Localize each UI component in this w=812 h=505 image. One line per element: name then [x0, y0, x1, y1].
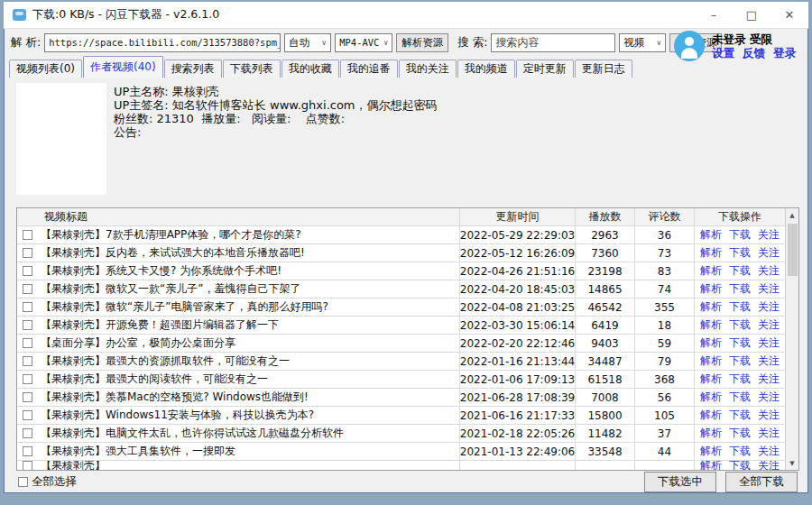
col-header-plays[interactable]: 播放数 — [576, 208, 635, 226]
parse-link[interactable]: 解析 — [700, 335, 722, 351]
account-link-0[interactable]: 设置 — [712, 46, 734, 60]
parse-link[interactable]: 解析 — [700, 372, 722, 387]
download-link[interactable]: 下载 — [729, 335, 751, 351]
parse-resource-button[interactable]: 解析资源 — [396, 33, 448, 52]
tab-5[interactable]: 我的追番 — [340, 60, 398, 78]
row-checkbox[interactable] — [23, 302, 32, 312]
row-checkbox[interactable] — [23, 338, 32, 348]
col-header-comments[interactable]: 评论数 — [635, 208, 695, 226]
video-title: 【果核剥壳】微软又一款“亲儿子”，羞愧得自己下架了 — [41, 281, 300, 297]
parse-link[interactable]: 解析 — [700, 245, 722, 261]
download-link[interactable]: 下载 — [729, 299, 751, 315]
row-checkbox[interactable] — [23, 230, 32, 240]
download-link[interactable]: 下载 — [729, 354, 751, 369]
follow-link[interactable]: 关注 — [758, 461, 780, 470]
select-all-checkbox[interactable]: 全部选择 — [18, 474, 77, 490]
scroll-up-icon[interactable]: ▲ — [786, 208, 798, 222]
follow-link[interactable]: 关注 — [758, 426, 780, 441]
tab-7[interactable]: 我的频道 — [457, 60, 515, 78]
follow-link[interactable]: 关注 — [758, 444, 780, 459]
row-checkbox[interactable] — [23, 392, 32, 402]
scroll-down-icon[interactable]: ▼ — [786, 456, 798, 470]
search-input[interactable]: 搜索内容 — [491, 33, 615, 52]
mode-select[interactable]: 自动 ∨ — [284, 33, 331, 52]
tab-4[interactable]: 我的收藏 — [281, 60, 339, 78]
type-select[interactable]: 视频 ∨ — [619, 33, 666, 52]
checkbox-icon[interactable] — [18, 477, 28, 487]
parse-link[interactable]: 解析 — [700, 354, 722, 369]
user-avatar-icon[interactable] — [674, 31, 705, 61]
account-link-2[interactable]: 登录 — [773, 46, 796, 60]
row-checkbox[interactable] — [23, 428, 32, 438]
minimize-button[interactable]: – — [695, 2, 733, 28]
row-checkbox[interactable] — [23, 410, 32, 420]
follow-link[interactable]: 关注 — [758, 317, 780, 333]
parse-link[interactable]: 解析 — [700, 408, 722, 423]
follow-link[interactable]: 关注 — [758, 263, 780, 279]
download-link[interactable]: 下载 — [729, 444, 751, 459]
table-row-partial: 【果核剥壳】解析下载关注 — [17, 461, 785, 470]
table-scrollbar[interactable]: ▲ ▼ — [785, 208, 798, 470]
account-link-1[interactable]: 反馈 — [743, 46, 765, 60]
parse-link[interactable]: 解析 — [700, 461, 722, 470]
row-checkbox[interactable] — [23, 320, 32, 330]
parse-link[interactable]: 解析 — [700, 281, 722, 297]
download-selected-button[interactable]: 下载选中 — [644, 472, 716, 492]
tab-3[interactable]: 下载列表 — [223, 60, 281, 78]
parse-link[interactable]: 解析 — [700, 317, 722, 333]
footer-bar: 全部选择 下载选中 全部下载 — [4, 471, 808, 493]
url-input[interactable]: https://space.bilibili.com/313573880?spm… — [44, 33, 281, 52]
col-header-updated[interactable]: 更新时间 — [460, 208, 576, 226]
video-title: 【果核剥壳】电脑文件太乱，也许你得试试这几款磁盘分析软件 — [41, 426, 344, 441]
follow-link[interactable]: 关注 — [758, 335, 780, 351]
parse-link[interactable]: 解析 — [700, 426, 722, 441]
download-link[interactable]: 下载 — [729, 408, 751, 423]
download-link[interactable]: 下载 — [729, 390, 751, 405]
col-header-title[interactable]: 视频标题 — [17, 208, 460, 226]
window-title: 下载:0 KB/s - 闪豆下载器 - v2.6.1.0 — [32, 7, 219, 23]
parse-link[interactable]: 解析 — [700, 227, 722, 243]
row-checkbox[interactable] — [23, 356, 32, 366]
download-link[interactable]: 下载 — [729, 281, 751, 297]
follow-link[interactable]: 关注 — [758, 372, 780, 387]
tab-6[interactable]: 我的关注 — [399, 60, 457, 78]
col-header-ops[interactable]: 下载操作 — [695, 208, 785, 226]
format-select[interactable]: MP4-AVC ∨ — [335, 33, 392, 52]
row-checkbox[interactable] — [23, 266, 32, 276]
parse-link[interactable]: 解析 — [700, 390, 722, 405]
follow-link[interactable]: 关注 — [758, 354, 780, 369]
download-link[interactable]: 下载 — [729, 227, 751, 243]
follow-link[interactable]: 关注 — [758, 390, 780, 405]
tab-1[interactable]: 作者视频(40) — [83, 56, 163, 78]
row-checkbox[interactable] — [23, 248, 32, 258]
follow-link[interactable]: 关注 — [758, 245, 780, 261]
follow-link[interactable]: 关注 — [758, 281, 780, 297]
follow-link[interactable]: 关注 — [758, 299, 780, 315]
follow-link[interactable]: 关注 — [758, 408, 780, 423]
follow-link[interactable]: 关注 — [758, 227, 780, 243]
row-checkbox[interactable] — [23, 374, 32, 384]
download-all-button[interactable]: 全部下载 — [725, 472, 798, 492]
comment-count: 73 — [635, 244, 695, 262]
close-button[interactable]: ✕ — [770, 2, 808, 28]
tab-0[interactable]: 视频列表(0) — [9, 60, 82, 78]
download-link[interactable]: 下载 — [729, 372, 751, 387]
parse-link[interactable]: 解析 — [700, 263, 722, 279]
row-checkbox[interactable] — [23, 461, 32, 470]
tab-9[interactable]: 更新日志 — [575, 60, 632, 78]
row-checkbox[interactable] — [23, 284, 32, 294]
scrollbar-thumb[interactable] — [788, 224, 798, 276]
maximize-button[interactable]: □ — [733, 2, 770, 28]
download-link[interactable]: 下载 — [729, 263, 751, 279]
parse-link[interactable]: 解析 — [700, 444, 722, 459]
download-link[interactable]: 下载 — [729, 245, 751, 261]
video-table-body: 视频标题 更新时间 播放数 评论数 下载操作 【果核剥壳】7款手机清理APP体验… — [17, 208, 785, 470]
download-link[interactable]: 下载 — [729, 461, 751, 470]
tab-2[interactable]: 搜索列表 — [164, 60, 222, 78]
tab-8[interactable]: 定时更新 — [516, 60, 574, 78]
download-link[interactable]: 下载 — [729, 426, 751, 441]
parse-link[interactable]: 解析 — [700, 299, 722, 315]
title-bar: 下载:0 KB/s - 闪豆下载器 - v2.6.1.0 – □ ✕ — [4, 2, 808, 29]
download-link[interactable]: 下载 — [729, 317, 751, 333]
row-checkbox[interactable] — [23, 446, 32, 456]
